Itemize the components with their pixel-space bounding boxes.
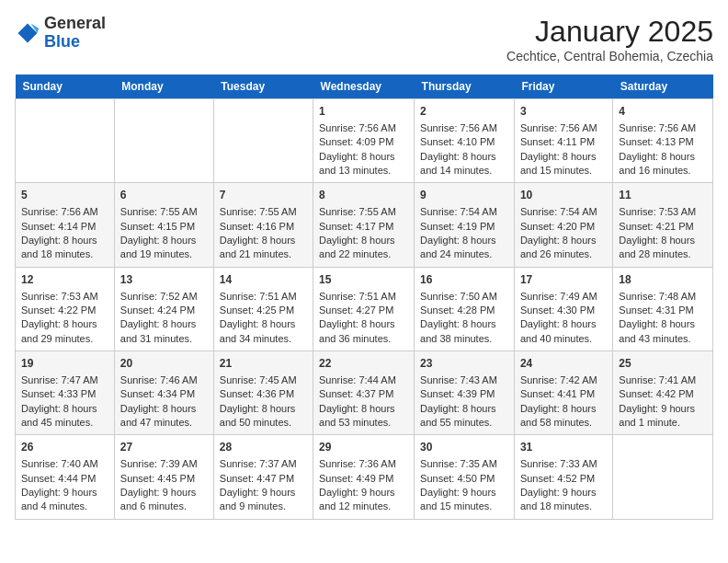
day-info: and 22 minutes. — [319, 247, 408, 261]
day-info: and 34 minutes. — [220, 332, 307, 346]
day-info: and 38 minutes. — [420, 332, 508, 346]
day-number: 28 — [220, 440, 307, 455]
day-info: and 18 minutes. — [21, 247, 108, 261]
calendar-cell: 26Sunrise: 7:40 AMSunset: 4:44 PMDayligh… — [16, 435, 115, 519]
day-info: Sunset: 4:45 PM — [120, 472, 208, 486]
day-info: and 47 minutes. — [120, 416, 208, 430]
day-info: Sunset: 4:20 PM — [520, 220, 607, 234]
day-info: Daylight: 8 hours — [420, 317, 508, 331]
day-number: 8 — [319, 188, 408, 203]
day-info: and 53 minutes. — [319, 416, 408, 430]
day-info: Daylight: 8 hours — [220, 234, 307, 247]
day-info: Sunset: 4:49 PM — [319, 472, 408, 486]
day-info: Daylight: 8 hours — [420, 150, 508, 164]
day-info: Sunset: 4:33 PM — [21, 387, 108, 401]
day-info: Sunset: 4:25 PM — [220, 304, 307, 317]
day-info: Sunset: 4:19 PM — [420, 220, 508, 234]
day-info: Daylight: 9 hours — [520, 486, 607, 500]
logo-icon — [15, 20, 40, 46]
day-number: 24 — [520, 356, 607, 372]
day-info: Daylight: 8 hours — [619, 234, 707, 247]
logo-blue-text: Blue — [44, 33, 106, 52]
day-info: Sunrise: 7:39 AM — [120, 457, 208, 471]
day-info: Sunset: 4:27 PM — [319, 304, 408, 317]
day-number: 6 — [120, 188, 208, 203]
day-info: Sunrise: 7:49 AM — [520, 290, 607, 304]
day-info: Daylight: 8 hours — [319, 234, 408, 247]
day-info: Sunrise: 7:33 AM — [520, 457, 607, 471]
day-info: and 55 minutes. — [420, 416, 508, 430]
day-info: Sunrise: 7:47 AM — [21, 373, 108, 387]
day-header-thursday: Thursday — [415, 75, 515, 99]
title-block: January 2025 Cechtice, Central Bohemia, … — [506, 15, 713, 63]
day-number: 26 — [21, 440, 108, 455]
day-info: and 16 minutes. — [619, 164, 707, 178]
day-info: Daylight: 9 hours — [21, 486, 108, 500]
calendar-cell: 3Sunrise: 7:56 AMSunset: 4:11 PMDaylight… — [514, 99, 612, 183]
calendar-cell: 4Sunrise: 7:56 AMSunset: 4:13 PMDaylight… — [613, 99, 713, 183]
day-info: Daylight: 8 hours — [520, 234, 607, 247]
day-info: Sunrise: 7:40 AM — [21, 457, 108, 471]
calendar-location: Cechtice, Central Bohemia, Czechia — [506, 49, 713, 63]
calendar-cell — [114, 99, 213, 183]
day-info: Sunrise: 7:35 AM — [420, 457, 508, 471]
day-info: Sunset: 4:22 PM — [21, 304, 108, 317]
calendar-cell: 15Sunrise: 7:51 AMSunset: 4:27 PMDayligh… — [313, 267, 415, 350]
calendar-cell: 6Sunrise: 7:55 AMSunset: 4:15 PMDaylight… — [114, 183, 213, 267]
day-info: Sunset: 4:52 PM — [520, 472, 607, 486]
calendar-cell: 16Sunrise: 7:50 AMSunset: 4:28 PMDayligh… — [415, 267, 515, 350]
day-info: Daylight: 8 hours — [619, 317, 707, 331]
day-info: and 50 minutes. — [220, 416, 307, 430]
calendar-week-3: 19Sunrise: 7:47 AMSunset: 4:33 PMDayligh… — [16, 351, 713, 435]
day-info: Sunset: 4:14 PM — [21, 220, 108, 234]
logo: General Blue — [15, 15, 106, 52]
calendar-cell: 23Sunrise: 7:43 AMSunset: 4:39 PMDayligh… — [415, 351, 515, 435]
day-info: Sunrise: 7:43 AM — [420, 373, 508, 387]
day-info: and 21 minutes. — [220, 247, 307, 261]
calendar-cell: 20Sunrise: 7:46 AMSunset: 4:34 PMDayligh… — [114, 351, 213, 435]
day-info: Sunrise: 7:54 AM — [420, 205, 508, 219]
day-info: Sunrise: 7:48 AM — [619, 290, 707, 304]
day-info: Sunset: 4:31 PM — [619, 304, 707, 317]
calendar-cell: 30Sunrise: 7:35 AMSunset: 4:50 PMDayligh… — [415, 435, 515, 519]
day-info: Sunset: 4:30 PM — [520, 304, 607, 317]
calendar-cell: 21Sunrise: 7:45 AMSunset: 4:36 PMDayligh… — [213, 351, 313, 435]
calendar-cell: 25Sunrise: 7:41 AMSunset: 4:42 PMDayligh… — [613, 351, 713, 435]
day-number: 2 — [420, 104, 508, 120]
day-info: Sunset: 4:09 PM — [319, 135, 408, 149]
day-number: 25 — [619, 356, 707, 372]
day-number: 22 — [319, 356, 408, 372]
day-number: 4 — [619, 104, 707, 120]
day-info: Sunrise: 7:55 AM — [220, 205, 307, 219]
day-info: Daylight: 8 hours — [21, 402, 108, 416]
day-number: 16 — [420, 272, 508, 288]
calendar-cell: 1Sunrise: 7:56 AMSunset: 4:09 PMDaylight… — [313, 99, 415, 183]
day-info: Sunrise: 7:56 AM — [520, 121, 607, 135]
day-info: and 58 minutes. — [520, 416, 607, 430]
day-info: and 15 minutes. — [520, 164, 607, 178]
day-info: Sunrise: 7:56 AM — [21, 205, 108, 219]
day-info: Sunset: 4:17 PM — [319, 220, 408, 234]
day-info: Sunrise: 7:37 AM — [220, 457, 307, 471]
calendar-week-2: 12Sunrise: 7:53 AMSunset: 4:22 PMDayligh… — [16, 267, 713, 350]
day-header-wednesday: Wednesday — [313, 75, 415, 99]
day-number: 19 — [21, 356, 108, 372]
day-info: Sunset: 4:28 PM — [420, 304, 508, 317]
day-number: 12 — [21, 272, 108, 288]
calendar-week-0: 1Sunrise: 7:56 AMSunset: 4:09 PMDaylight… — [16, 99, 713, 183]
day-info: and 26 minutes. — [520, 247, 607, 261]
day-info: Sunset: 4:41 PM — [520, 387, 607, 401]
day-info: and 6 minutes. — [120, 500, 208, 513]
calendar-cell: 22Sunrise: 7:44 AMSunset: 4:37 PMDayligh… — [313, 351, 415, 435]
day-info: and 40 minutes. — [520, 332, 607, 346]
day-info: Sunrise: 7:42 AM — [520, 373, 607, 387]
day-info: and 18 minutes. — [520, 500, 607, 513]
calendar-cell — [613, 435, 713, 519]
day-info: Daylight: 8 hours — [220, 402, 307, 416]
day-info: Sunrise: 7:50 AM — [420, 290, 508, 304]
day-info: Sunrise: 7:55 AM — [120, 205, 208, 219]
calendar-cell — [213, 99, 313, 183]
day-info: Sunrise: 7:56 AM — [420, 121, 508, 135]
day-number: 27 — [120, 440, 208, 455]
calendar-cell: 31Sunrise: 7:33 AMSunset: 4:52 PMDayligh… — [514, 435, 612, 519]
